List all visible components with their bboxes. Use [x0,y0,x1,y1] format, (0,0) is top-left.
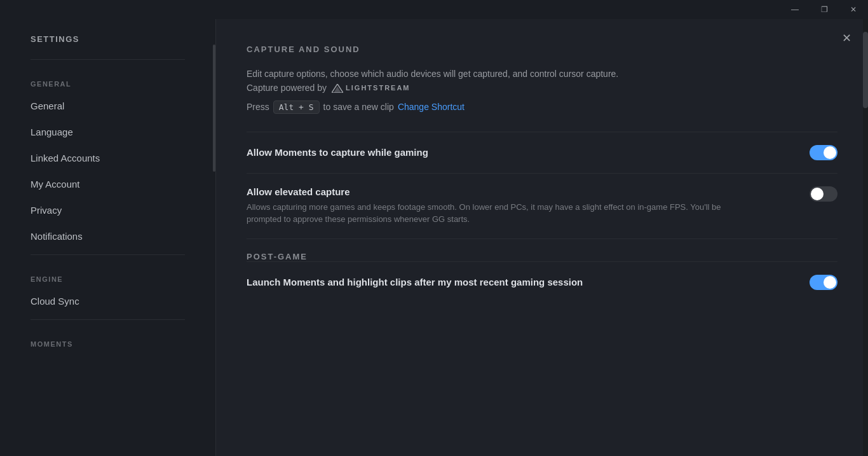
sidebar-bottom-divider [31,319,185,320]
window-close-button[interactable]: ✕ [839,0,868,19]
sidebar-item-privacy[interactable]: Privacy [0,197,215,223]
setting-row-launch-moments: Launch Moments and highlight clips after… [247,262,837,303]
sidebar-item-language[interactable]: Language [0,119,215,145]
setting-left-launch-moments: Launch Moments and highlight clips after… [247,277,810,287]
sidebar-section-general: GENERAL [0,70,215,93]
settings-divider-3 [247,238,837,239]
toggle-track-launch-moments[interactable] [810,275,837,290]
setting-label-allow-moments: Allow Moments to capture while gaming [247,147,794,158]
setting-left-allow-elevated: Allow elevated capture Allows capturing … [247,186,810,226]
setting-left-allow-moments: Allow Moments to capture while gaming [247,147,810,158]
main-scrollbar [863,19,868,456]
sidebar-item-notifications[interactable]: Notifications [0,223,215,249]
section-title: CAPTURE AND SOUND [247,45,837,54]
title-bar: — ❐ ✕ [780,0,868,19]
sidebar-mid-divider [31,254,185,255]
change-shortcut-link[interactable]: Change Shortcut [398,102,465,112]
capture-description: Edit capture options, choose which audio… [247,67,837,95]
setting-desc-allow-elevated: Allows capturing more games and keeps fo… [247,201,723,226]
post-game-section: POST-GAME Launch Moments and highlight c… [247,252,837,303]
sidebar: SETTINGS GENERAL General Language Linked… [0,19,216,456]
setting-row-allow-moments: Allow Moments to capture while gaming [247,132,837,173]
sidebar-header: SETTINGS [0,34,215,54]
sidebar-section-engine: ENGINE [0,265,215,288]
toggle-track-allow-elevated[interactable] [810,186,837,202]
toggle-launch-moments[interactable] [810,275,837,290]
sidebar-section-moments: MOMENTS [0,330,215,353]
minimize-button[interactable]: — [780,0,810,19]
toggle-allow-elevated[interactable] [810,186,837,202]
toggle-thumb-allow-moments [824,146,836,159]
shortcut-line: Press Alt + S to save a new clip Change … [247,100,837,114]
maximize-button[interactable]: ❐ [810,0,839,19]
sidebar-item-linked-accounts[interactable]: Linked Accounts [0,145,215,171]
lightstream-logo: Capture powered by LIGHTSTREAM [247,81,410,95]
toggle-track-allow-moments[interactable] [810,145,837,160]
sidebar-top-divider [31,59,185,60]
lightstream-icon [332,84,343,93]
setting-label-allow-elevated: Allow elevated capture [247,186,794,197]
panel-close-button[interactable]: ✕ [837,29,855,47]
toggle-thumb-launch-moments [824,276,836,289]
sidebar-scrollbar [213,19,215,456]
app-container: SETTINGS GENERAL General Language Linked… [0,0,868,456]
toggle-allow-moments[interactable] [810,145,837,160]
shortcut-keys: Alt + S [273,100,320,114]
toggle-thumb-allow-elevated [811,188,824,200]
sidebar-item-cloud-sync[interactable]: Cloud Sync [0,288,215,314]
sidebar-item-my-account[interactable]: My Account [0,171,215,197]
sidebar-scrollbar-thumb [213,45,215,172]
main-content: ✕ CAPTURE AND SOUND Edit capture options… [216,19,868,456]
main-scrollbar-thumb [863,32,868,108]
post-game-title: POST-GAME [247,252,837,261]
setting-row-allow-elevated: Allow elevated capture Allows capturing … [247,174,837,238]
setting-label-launch-moments: Launch Moments and highlight clips after… [247,277,794,287]
sidebar-item-general[interactable]: General [0,93,215,119]
